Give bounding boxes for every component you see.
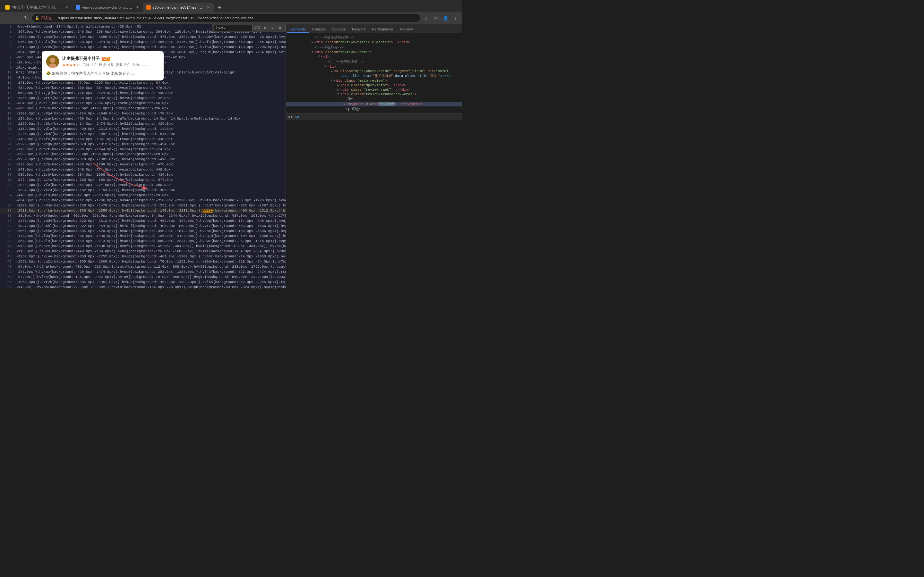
avatar: [46, 55, 59, 68]
source-line: 22-2245.0px;}.hvbmf{background:-574.0px …: [0, 132, 286, 137]
bookmark-button[interactable]: ☆: [422, 14, 431, 22]
security-icon: 🔓: [35, 16, 39, 20]
element-content: [薄": [345, 97, 461, 102]
review-popup: 比由提弗不是小胖子 VIP ★★★★☆ 口味: 4.0 环境: 4.5 服务: …: [42, 51, 164, 81]
tab-dianping[interactable]: "黄公子(天平路店)"的全部点评(… ✕: [2, 3, 73, 12]
source-line: 52-94.0px;}.hv2bh{background:-98.0px -55…: [0, 285, 286, 288]
back-button[interactable]: ←: [3, 14, 11, 22]
element-content: <div class="review-rank"> …</div>: [341, 88, 461, 92]
source-line: 47-1561.0px;}.hvu2x{background:-350.0px …: [0, 259, 286, 264]
list-item[interactable]: ▶ <div class="review-rank"> …</div>: [286, 87, 462, 92]
tab-viewsource[interactable]: view-source:www.dianping.co… ✕: [73, 3, 143, 12]
element-content: <div class="review-truncated-words">: [341, 92, 461, 96]
tab-elements[interactable]: Elements: [287, 26, 309, 33]
source-line: 28-233.0px;}.hv17b{background:-266.0px -…: [0, 162, 286, 167]
list-item[interactable]: [薄": [286, 97, 462, 102]
source-line: 19-189.0px;}.hvqla{background:-490.0px -…: [0, 116, 286, 121]
source-line: 44-916.0px;}.hv62c{background:-420.0px -…: [0, 244, 286, 249]
element-content: <!--评论筛选和排序-->: [315, 35, 461, 40]
menu-button[interactable]: ⋮: [451, 14, 459, 22]
element-content-svgmtsi: <svgmtsi class="hvzrv"> …</svgmtsi>: [347, 102, 461, 106]
tab-performance[interactable]: Performance: [369, 26, 397, 33]
tab-favicon-1: [5, 5, 10, 10]
source-line: 31-2424.0px;}.hv14x{background:-336.0px …: [0, 177, 286, 183]
list-item[interactable]: ▼ <div class="review-truncated-words">: [286, 92, 462, 97]
search-box: 1/1 ∧ ∨ ✕: [212, 24, 286, 32]
eval-value: $0: [295, 115, 299, 119]
list-item[interactable]: ▼ <li>: [286, 64, 462, 69]
tab-network[interactable]: Network: [349, 26, 368, 33]
profile-button[interactable]: 👤: [441, 14, 450, 22]
source-line: 32-2044.0px;}.hvfo{background:-364.0px -…: [0, 183, 286, 188]
source-line: 25-398.0px;}.hvp7f{background:-336.0px -…: [0, 147, 286, 152]
element-content: "] 环境:: [345, 107, 461, 111]
nav-bar: ← → ↻ 🔓 不安全 | s3plus.meituan.net/v1/mss_…: [0, 12, 462, 24]
list-item[interactable]: <!--一点评论详例-->: [286, 59, 462, 64]
element-content: <div class="reviews-items">: [315, 50, 461, 54]
search-close-button[interactable]: ✕: [277, 25, 283, 31]
source-line: 50-94.0px;}.hvfxe{background:-126.0px -2…: [0, 275, 286, 280]
list-item[interactable]: ▶ <a class="dper-photo-aside" target="_b…: [286, 69, 462, 73]
tab-sources[interactable]: Sources: [329, 26, 349, 33]
review-text: 🤣 服务到位：很在意客人的个人喜好 老板娘还会…: [46, 71, 159, 77]
tab-title-2: view-source:www.dianping.co…: [82, 5, 133, 9]
search-prev-button[interactable]: ∧: [262, 25, 268, 31]
address-separator: |: [55, 16, 55, 20]
review-header: 比由提弗不是小胖子 VIP ★★★★☆ 口味: 4.0 环境: 4.5 服务: …: [46, 55, 159, 68]
list-item[interactable]: <!--评论列表-->: [286, 45, 462, 50]
element-content: data-click-name="用户头像0" data-click-title…: [341, 74, 461, 78]
avatar-svg: [46, 55, 59, 68]
element-content: <div class="reviews-filter clearfix"> …<…: [315, 40, 461, 44]
tab-close-1[interactable]: ✕: [64, 5, 69, 10]
source-line: 35-684.0px;}.hvllj{background:-112.0px -…: [0, 198, 286, 203]
source-line: 29-143.0px;}.hvvuk{background:-140.0px -…: [0, 167, 286, 172]
new-tab-button[interactable]: +: [215, 3, 224, 12]
source-line: 13-484.0px;}.hvovt{background:-350.0px -…: [0, 85, 286, 91]
list-item[interactable]: ▼ <div class="main-review">: [286, 79, 462, 83]
source-line: 27-1252.0px;}.hvdbo{background:-378.0px …: [0, 157, 286, 162]
devtools-panel: Elements Console Sources Network Perform…: [286, 24, 462, 288]
source-line: 46-1252.0px;}.hvl4v{background:-350.0px …: [0, 254, 286, 259]
address-bar[interactable]: 🔓 不安全 | s3plus.meituan.net/v1/mss_0a06a4…: [31, 14, 421, 22]
tab-title-1: "黄公子(天平路店)"的全部点评(…: [11, 5, 62, 10]
source-line: 41-1561.0px;}.hvehe{background:-504.0px …: [0, 229, 286, 234]
source-line: 21-1159.0px;}.hvdla{background:-490.0px …: [0, 127, 286, 132]
source-line: 34-440.0px;}.hvxiu{background:-42.0px -2…: [0, 193, 286, 198]
element-content: <div class="dper-info"> …</div>: [341, 83, 461, 87]
tab-favicon-3: [146, 5, 151, 10]
source-line: 39-1435.0px;}.hvad4{background:-322.0px …: [0, 219, 286, 224]
tab-console[interactable]: Console: [309, 26, 329, 33]
source-line: 17-600.0px;}.hvi7b{background:-0.0px -11…: [0, 106, 286, 111]
extensions-button[interactable]: ⚙: [432, 14, 440, 22]
list-item[interactable]: <!--评论筛选和排序-->: [286, 35, 462, 40]
list-item[interactable]: ▼ <div class="reviews-items">: [286, 50, 462, 55]
list-item-selected[interactable]: ▶ <svgmtsi class="hvzrv"> …</svgmtsi>: [286, 102, 462, 106]
list-item[interactable]: "] 环境:: [286, 106, 462, 112]
tab-bar: "黄公子(天平路店)"的全部点评(… ✕ view-source:www.dia…: [0, 0, 462, 12]
list-item[interactable]: ▼ <ul>: [286, 55, 462, 59]
tab-memory[interactable]: Memory: [396, 26, 416, 33]
source-line: 38-33.0px;}.hvk9{background:-406.0px -55…: [0, 213, 286, 219]
env-score: 环境: 4.5: [99, 63, 113, 67]
list-item[interactable]: data-click-name="用户头像0" data-click-title…: [286, 73, 462, 79]
reload-button[interactable]: ↻: [22, 14, 30, 22]
source-line: 5-2513.0px;}.hvzh5{background:-574.0px -…: [0, 45, 286, 50]
stars-row: ★★★★☆ 口味: 4.0 环境: 4.5 服务: 5.0 人均: ——: [62, 63, 159, 67]
source-line: 40-1087.0px;}.rs6hl{background:-322.0px …: [0, 224, 286, 229]
tab-favicon-2: [76, 5, 80, 10]
source-line: 43-367.0px;}.hv2lo{background:-140.0px -…: [0, 239, 286, 244]
forward-button[interactable]: →: [12, 14, 21, 22]
devtools-tabs: Elements Console Sources Network Perform…: [286, 24, 462, 33]
list-item[interactable]: ▶ <div class="dper-info"> …</div>: [286, 83, 462, 87]
list-item[interactable]: ▶ <div class="reviews-filter clearfix"> …: [286, 40, 462, 45]
search-next-button[interactable]: ∨: [269, 25, 276, 31]
tab-meituan[interactable]: s3plus.meituan.net/v1/mss_0a… ✕: [143, 3, 214, 12]
source-line: 15-1956.0px;}.hvrtm{background:-98.0px -…: [0, 96, 286, 101]
tab-title-3: s3plus.meituan.net/v1/mss_0a…: [153, 5, 204, 9]
source-line: 3-2003.0px;}.hvaa0{background:-294.0px -…: [0, 35, 286, 40]
source-line: 14-558.0px;}.hvtjg{background:-126.0px -…: [0, 91, 286, 96]
source-line: 49-143.0px;}.hvxac{background:-490.0px -…: [0, 269, 286, 275]
search-input[interactable]: [214, 25, 252, 31]
tab-close-3[interactable]: ✕: [205, 5, 210, 10]
tab-close-2[interactable]: ✕: [135, 5, 140, 10]
